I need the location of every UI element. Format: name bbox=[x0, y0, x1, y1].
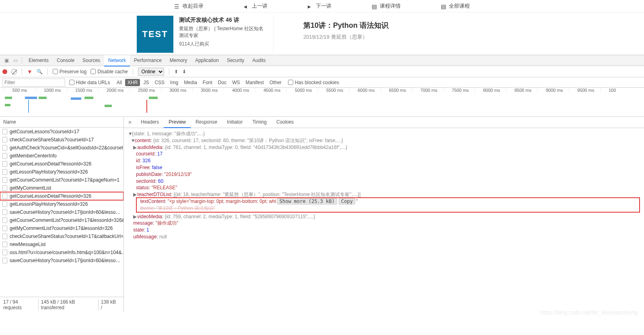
file-icon bbox=[2, 225, 7, 231]
request-row[interactable]: checkCourseShareStatus?courseId=17&callb… bbox=[0, 232, 123, 240]
timeline-tick: 4500 ms bbox=[255, 88, 286, 93]
request-row[interactable]: getCourseCommentList?courseId=17&lessonI… bbox=[0, 216, 123, 224]
copy-button[interactable]: Copy bbox=[339, 198, 355, 205]
timeline-tick: 8000 ms bbox=[475, 88, 506, 93]
timeline-tick: 3000 ms bbox=[161, 88, 192, 93]
file-icon bbox=[2, 129, 7, 134]
request-row[interactable]: getLessonPlayHistory?lessonId=326 bbox=[0, 168, 123, 176]
search-icon[interactable]: 🔍 bbox=[37, 69, 43, 74]
upload-har-icon[interactable]: ⬆ bbox=[174, 69, 178, 74]
request-row[interactable]: getMyCommentList?courseId=17&lessonId=32… bbox=[0, 224, 123, 232]
detail-tab-cookies[interactable]: Cookies bbox=[272, 117, 298, 128]
request-row[interactable]: saveCourseHistory?courseId=17§ionId=60&l… bbox=[0, 256, 123, 265]
request-row[interactable]: getCourseLessonDetail?lessonId=326 bbox=[0, 192, 123, 200]
timeline-tick: 7000 ms bbox=[412, 88, 443, 93]
nav-all-courses[interactable]: 全部课程 bbox=[441, 2, 470, 10]
request-row[interactable]: checkCourseShareStatus?courseId=17 bbox=[0, 136, 123, 144]
lesson-title: 第10讲：Python 语法知识 bbox=[303, 21, 389, 30]
devtools-tab-application[interactable]: Application bbox=[191, 55, 223, 66]
nav-next-lesson[interactable]: 下一讲 bbox=[308, 2, 331, 10]
detail-tab-timing[interactable]: Timing bbox=[247, 117, 272, 128]
filter-type-doc[interactable]: Doc bbox=[216, 79, 229, 86]
request-row[interactable]: getAuthCheck?courseCid=&sellGoodsId=22&c… bbox=[0, 144, 123, 152]
timeline-tick: 6000 ms bbox=[349, 88, 381, 93]
nav-prev-lesson[interactable]: 上一讲 bbox=[244, 2, 267, 10]
filter-type-xhr[interactable]: XHR bbox=[125, 79, 140, 86]
devtools-tab-elements[interactable]: Elements bbox=[25, 55, 53, 66]
filter-type-font[interactable]: Font bbox=[200, 79, 215, 86]
request-list[interactable]: getCourseLessons?courseId=17checkCourseS… bbox=[0, 128, 123, 297]
devtools-tab-security[interactable]: Security bbox=[223, 55, 248, 66]
file-icon bbox=[2, 177, 7, 183]
devtools-tab-performance[interactable]: Performance bbox=[130, 55, 166, 66]
course-thumbnail: TEST bbox=[137, 16, 173, 53]
disable-cache-checkbox[interactable]: Disable cache bbox=[91, 69, 128, 74]
request-row[interactable]: oss.html?u=/course/courseInfo.htm&q=100&… bbox=[0, 248, 123, 256]
devtools-tab-sources[interactable]: Sources bbox=[78, 55, 104, 66]
detail-tab-headers[interactable]: Headers bbox=[136, 117, 164, 128]
timeline-tick: 7500 ms bbox=[443, 88, 475, 93]
request-row[interactable]: getLessonPlayHistory?lessonId=326 bbox=[0, 200, 123, 208]
filter-input[interactable] bbox=[2, 79, 65, 87]
file-icon bbox=[2, 145, 7, 151]
timeline-tick: 5000 ms bbox=[286, 88, 318, 93]
filter-type-media[interactable]: Media bbox=[181, 79, 200, 86]
filter-type-manifest[interactable]: Manifest bbox=[243, 79, 266, 86]
file-icon bbox=[2, 217, 7, 223]
detail-tab-response[interactable]: Response bbox=[191, 117, 222, 128]
request-row[interactable]: getMyCommentList bbox=[0, 184, 123, 192]
request-row[interactable]: getMemberCenterInfo bbox=[0, 152, 123, 160]
request-row[interactable]: getCourseLessons?courseId=17 bbox=[0, 128, 123, 136]
close-detail-icon[interactable]: ✕ bbox=[124, 118, 136, 127]
page-top-nav: 收起目录 上一讲 下一讲 课程详情 全部课程 bbox=[0, 0, 644, 12]
textcontent-highlight: textContent: "<p style="margin-top: 0pt;… bbox=[136, 197, 640, 213]
hide-data-urls-checkbox[interactable]: Hide data URLs bbox=[69, 80, 110, 85]
requests-column-header[interactable]: Name bbox=[0, 117, 123, 128]
preserve-log-checkbox[interactable]: Preserve log bbox=[53, 69, 86, 74]
clear-button[interactable] bbox=[11, 69, 17, 74]
detail-tab-initiator[interactable]: Initiator bbox=[222, 117, 247, 128]
request-row[interactable]: newMessageList bbox=[0, 240, 123, 248]
timeline-tick: 8500 ms bbox=[506, 88, 537, 93]
filter-type-css[interactable]: CSS bbox=[152, 79, 167, 86]
show-more-button[interactable]: Show more (25.3 kB) bbox=[277, 198, 337, 205]
filter-icon[interactable]: ▼ bbox=[27, 68, 33, 75]
detail-tab-preview[interactable]: Preview bbox=[164, 117, 191, 128]
timeline-tick: 3500 ms bbox=[192, 88, 224, 93]
nav-collapse-toc[interactable]: 收起目录 bbox=[175, 2, 204, 10]
courses-icon bbox=[441, 3, 446, 9]
file-icon bbox=[2, 185, 7, 191]
devtools-tab-audits[interactable]: Audits bbox=[248, 55, 270, 66]
lesson-meta: 2019/12/19 黄延胜（思寒） bbox=[303, 33, 389, 41]
details-icon bbox=[372, 3, 377, 9]
filter-type-img[interactable]: Img bbox=[168, 79, 181, 86]
nav-course-details[interactable]: 课程详情 bbox=[372, 2, 401, 10]
file-icon bbox=[2, 250, 7, 255]
timeline-tick: 1500 ms bbox=[67, 88, 98, 93]
file-icon bbox=[2, 153, 7, 159]
timeline-tick: 2500 ms bbox=[130, 88, 161, 93]
download-har-icon[interactable]: ⬇ bbox=[182, 69, 186, 74]
timeline-tick: 500 ms bbox=[4, 88, 35, 93]
filter-type-other[interactable]: Other bbox=[267, 79, 284, 86]
device-icon[interactable]: ▭ bbox=[11, 58, 19, 63]
preview-body[interactable]: ▼{state: 1, message: "操作成功",…} ▼content:… bbox=[124, 128, 644, 312]
network-filter-bar: Hide data URLs AllXHRJSCSSImgMediaFontDo… bbox=[0, 77, 644, 88]
request-row[interactable]: saveCourseHistory?courseId=17§ionId=60&l… bbox=[0, 208, 123, 216]
inspect-icon[interactable]: ▣ bbox=[2, 58, 10, 63]
blocked-cookies-checkbox[interactable]: Has blocked cookies bbox=[288, 80, 339, 85]
devtools-tab-console[interactable]: Console bbox=[53, 55, 78, 66]
throttle-select[interactable]: Online bbox=[138, 68, 164, 76]
record-button[interactable] bbox=[2, 69, 7, 74]
prev-icon bbox=[244, 3, 249, 9]
timeline-tick: 5500 ms bbox=[318, 88, 349, 93]
network-timeline[interactable]: 500 ms1000 ms1500 ms2000 ms2500 ms3000 m… bbox=[0, 88, 644, 117]
devtools-tab-memory[interactable]: Memory bbox=[166, 55, 191, 66]
request-detail-panel: ✕ HeadersPreviewResponseInitiatorTimingC… bbox=[124, 117, 644, 312]
filter-type-all[interactable]: All bbox=[114, 79, 124, 86]
devtools-tab-network[interactable]: Network bbox=[104, 55, 130, 66]
filter-type-js[interactable]: JS bbox=[141, 79, 151, 86]
request-row[interactable]: getCourseLessonDetail?lessonId=326 bbox=[0, 160, 123, 168]
request-row[interactable]: getCourseCommentList?courseId=17&pageNum… bbox=[0, 176, 123, 184]
filter-type-ws[interactable]: WS bbox=[230, 79, 242, 86]
